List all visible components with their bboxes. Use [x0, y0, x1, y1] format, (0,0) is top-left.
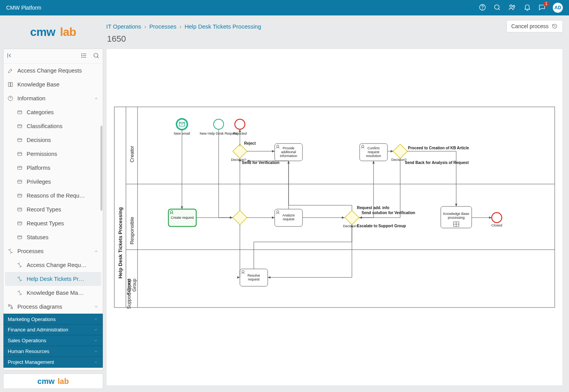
svg-point-1: [482, 8, 483, 9]
crumb-current: Help Desk Tickets Processing: [185, 23, 261, 30]
sidebar-section-finance[interactable]: Finance and Administration: [3, 324, 103, 335]
sidebar-item-proc-helpdesk[interactable]: Help Desk Tickets Pr…: [5, 272, 101, 286]
sidebar-search-icon[interactable]: [93, 52, 100, 61]
page-id: 1650: [107, 34, 563, 44]
svg-text:Creator: Creator: [129, 145, 135, 162]
svg-point-6: [82, 55, 82, 56]
svg-text:processing: processing: [448, 216, 465, 220]
svg-text:Decision?: Decision?: [391, 158, 407, 162]
cancel-process-button[interactable]: Cancel process: [506, 20, 563, 32]
svg-rect-10: [18, 111, 22, 114]
sidebar-item-kb[interactable]: Knowledge Base: [3, 78, 103, 91]
chevron-right-icon: ›: [144, 23, 146, 30]
sidebar-list: Access Change Requests Knowledge Base In…: [3, 64, 103, 370]
list-view-icon[interactable]: [80, 52, 87, 61]
svg-text:additional: additional: [281, 150, 296, 154]
sidebar-item-platforms[interactable]: Platforms: [3, 161, 103, 175]
sidebar-item-access-change[interactable]: Access Change Requests: [3, 64, 103, 78]
svg-point-8: [94, 53, 98, 57]
svg-text:Responsible: Responsible: [129, 217, 135, 245]
svg-rect-68: [345, 211, 359, 225]
svg-text:Resolve: Resolve: [248, 274, 260, 277]
bpmn-diagram: Help Desk Tickets Processing Creator Res…: [107, 49, 562, 350]
svg-point-40: [235, 119, 245, 129]
svg-point-2: [494, 5, 499, 9]
sidebar: Access Change Requests Knowledge Base In…: [3, 49, 103, 370]
scrollbar-thumb[interactable]: [100, 126, 102, 211]
logo-footer: cmwlab: [3, 373, 103, 389]
sidebar-item-information[interactable]: Information: [3, 91, 103, 105]
sidebar-item-categories[interactable]: Categories: [3, 105, 103, 119]
collapse-sidebar-icon[interactable]: [7, 52, 14, 61]
svg-rect-11: [18, 125, 22, 128]
svg-text:Knowledge Base: Knowledge Base: [443, 212, 469, 216]
help-icon[interactable]: [479, 3, 486, 12]
chat-icon[interactable]: 1: [538, 3, 546, 12]
sidebar-section-sales[interactable]: Sales Operations: [3, 335, 103, 346]
sidebar-item-proc-kb[interactable]: Knowledge Base Ma…: [3, 286, 103, 300]
sidebar-item-proc-access[interactable]: Access Change Requ…: [3, 258, 103, 272]
breadcrumb: IT Operations › Processes › Help Desk Ti…: [106, 23, 261, 30]
bell-icon[interactable]: [523, 3, 531, 12]
svg-rect-21: [11, 307, 12, 309]
svg-rect-42: [233, 144, 247, 159]
svg-point-7: [82, 57, 82, 57]
svg-rect-15: [18, 180, 22, 183]
sidebar-section-marketing[interactable]: Marketing Operations: [3, 314, 103, 324]
svg-rect-20: [8, 305, 10, 306]
sidebar-item-record-types[interactable]: Record Types: [3, 203, 103, 216]
svg-rect-16: [18, 194, 22, 197]
svg-text:Send Back for Analysis of Requ: Send Back for Analysis of Request: [405, 161, 469, 165]
svg-rect-19: [18, 236, 22, 239]
svg-text:Send for Verification: Send for Verification: [242, 161, 279, 165]
svg-point-5: [82, 53, 82, 54]
logo: cmwlab: [3, 19, 103, 46]
avatar[interactable]: AD: [553, 3, 563, 13]
platform-title: CMW Platform: [6, 5, 479, 11]
sidebar-section-pm[interactable]: Project Management: [3, 357, 103, 368]
svg-text:Provide: Provide: [283, 146, 295, 150]
diagram-canvas[interactable]: Help Desk Tickets Processing Creator Res…: [106, 49, 563, 386]
sidebar-item-classifications[interactable]: Classifications: [3, 119, 103, 133]
svg-rect-63: [233, 211, 247, 225]
sidebar-item-request-types[interactable]: Request Types: [3, 216, 103, 230]
sidebar-item-statuses[interactable]: Statuses: [3, 230, 103, 244]
svg-point-3: [510, 5, 512, 7]
sidebar-item-decisions[interactable]: Decisions: [3, 133, 103, 147]
sidebar-item-processes[interactable]: Processes: [3, 244, 103, 258]
svg-text:Support: Support: [126, 279, 132, 295]
svg-point-4: [513, 5, 515, 7]
svg-rect-13: [18, 152, 22, 155]
sidebar-item-permissions[interactable]: Permissions: [3, 147, 103, 161]
sidebar-item-reasons[interactable]: Reasons of the Requ…: [3, 189, 103, 203]
svg-text:resolution: resolution: [366, 154, 381, 158]
svg-text:Escalate to Support Group: Escalate to Support Group: [357, 224, 406, 228]
svg-rect-18: [18, 222, 22, 225]
svg-text:Create request: Create request: [171, 216, 194, 220]
svg-rect-12: [18, 139, 22, 142]
sidebar-item-process-diagrams[interactable]: Process diagrams: [3, 300, 103, 314]
people-icon[interactable]: [508, 3, 516, 12]
svg-text:Help Desk Tickets Processing: Help Desk Tickets Processing: [117, 207, 123, 279]
svg-text:Reject: Reject: [244, 141, 256, 145]
svg-text:Closed: Closed: [491, 223, 502, 227]
chevron-right-icon: ›: [180, 23, 182, 30]
svg-text:Analyze: Analyze: [282, 213, 295, 217]
crumb-it-ops[interactable]: IT Operations: [106, 23, 141, 30]
sidebar-section-hr[interactable]: Human Resources: [3, 346, 103, 357]
svg-point-38: [214, 119, 224, 129]
svg-text:information: information: [280, 154, 297, 158]
svg-text:request: request: [283, 217, 295, 221]
svg-text:request: request: [248, 277, 260, 281]
topbar: CMW Platform 1 AD: [0, 0, 569, 15]
sidebar-item-privileges[interactable]: Privileges: [3, 175, 103, 189]
svg-rect-56: [393, 144, 408, 159]
search-icon[interactable]: [493, 3, 501, 12]
svg-point-79: [492, 213, 502, 223]
svg-text:Proceed to Creation of KB Arti: Proceed to Creation of KB Article: [408, 146, 469, 150]
crumb-processes[interactable]: Processes: [149, 23, 177, 30]
svg-text:Group: Group: [132, 279, 137, 292]
svg-text:Send solution for Verification: Send solution for Verification: [362, 211, 415, 215]
svg-rect-17: [18, 208, 22, 211]
svg-text:Confirm: Confirm: [367, 146, 380, 150]
